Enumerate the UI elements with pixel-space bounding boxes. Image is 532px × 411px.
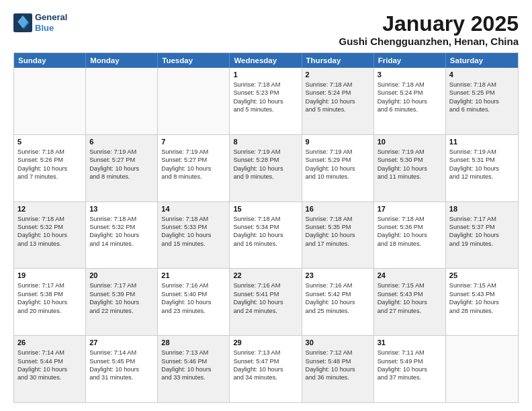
day-info: Daylight: 10 hours [449,97,515,105]
day-info: Sunset: 5:35 PM [306,223,370,231]
day-info: and 18 minutes. [378,240,442,248]
weekday-header: Saturday [446,53,518,68]
calendar-cell: 4Sunrise: 7:18 AMSunset: 5:25 PMDaylight… [446,68,518,134]
day-info: Sunrise: 7:19 AM [89,148,154,156]
day-info: Sunrise: 7:14 AM [17,349,82,357]
day-info: Sunrise: 7:18 AM [306,81,370,89]
day-info: Daylight: 10 hours [161,365,226,373]
calendar-cell: 17Sunrise: 7:18 AMSunset: 5:36 PMDayligh… [374,202,446,269]
weekday-header: Friday [374,53,446,68]
day-info: Sunset: 5:32 PM [89,223,154,231]
calendar-cell: 27Sunrise: 7:14 AMSunset: 5:45 PMDayligh… [86,336,158,402]
day-info: Daylight: 10 hours [161,298,226,306]
day-info: Daylight: 10 hours [89,165,154,173]
day-info: Daylight: 10 hours [161,165,226,173]
day-info: and 13 minutes. [17,240,82,248]
day-info: and 15 minutes. [161,240,226,248]
day-info: Sunset: 5:43 PM [378,290,442,298]
day-info: and 25 minutes. [306,307,370,315]
day-info: Sunrise: 7:19 AM [306,148,370,156]
day-info: Sunset: 5:28 PM [233,156,298,164]
page: General Blue January 2025 Gushi Chenggua… [0,0,532,411]
day-number: 28 [161,338,226,348]
day-info: and 27 minutes. [378,307,442,315]
calendar-cell: 14Sunrise: 7:18 AMSunset: 5:33 PMDayligh… [158,202,230,269]
day-info: Sunset: 5:26 PM [17,156,82,164]
calendar-cell: 21Sunrise: 7:16 AMSunset: 5:40 PMDayligh… [158,269,230,335]
day-info: Sunset: 5:23 PM [233,89,298,97]
calendar-cell: 7Sunrise: 7:19 AMSunset: 5:27 PMDaylight… [158,135,230,201]
day-info: Daylight: 10 hours [378,165,442,173]
day-number: 24 [378,271,442,281]
calendar-cell: 11Sunrise: 7:19 AMSunset: 5:31 PMDayligh… [446,135,518,201]
logo-icon [13,13,32,32]
weekday-header: Tuesday [158,53,230,68]
day-info: Sunrise: 7:13 AM [161,349,226,357]
calendar-cell: 12Sunrise: 7:18 AMSunset: 5:32 PMDayligh… [14,202,86,269]
day-info: Sunset: 5:24 PM [378,89,442,97]
day-number: 12 [17,204,82,214]
calendar-cell [14,68,86,134]
day-info: Sunset: 5:48 PM [306,357,370,365]
day-info: Sunset: 5:44 PM [17,357,82,365]
day-info: and 28 minutes. [449,307,515,315]
day-number: 13 [89,204,154,214]
calendar-cell: 20Sunrise: 7:17 AMSunset: 5:39 PMDayligh… [86,269,158,335]
logo-text: General Blue [35,12,67,33]
day-info: Sunset: 5:34 PM [233,223,298,231]
day-info: Sunrise: 7:15 AM [378,281,442,289]
day-info: Daylight: 10 hours [89,298,154,306]
weekday-header: Sunday [14,53,86,68]
day-info: Sunrise: 7:19 AM [449,148,515,156]
day-info: Daylight: 10 hours [17,165,82,173]
weekday-header: Monday [86,53,158,68]
day-info: and 37 minutes. [378,373,442,381]
day-info: Sunset: 5:38 PM [17,290,82,298]
day-info: Daylight: 10 hours [17,298,82,306]
day-info: Sunset: 5:46 PM [161,357,226,365]
day-info: Sunset: 5:49 PM [378,357,442,365]
day-info: Sunrise: 7:18 AM [89,215,154,223]
day-info: and 24 minutes. [233,307,298,315]
day-info: Sunset: 5:42 PM [306,290,370,298]
day-number: 25 [449,271,515,281]
day-number: 14 [161,204,226,214]
day-info: Daylight: 10 hours [449,165,515,173]
day-info: Sunrise: 7:18 AM [17,148,82,156]
day-info: Sunrise: 7:17 AM [449,215,515,223]
calendar-body: 1Sunrise: 7:18 AMSunset: 5:23 PMDaylight… [14,68,518,402]
day-number: 19 [17,271,82,281]
day-info: and 6 minutes. [449,105,515,113]
day-number: 3 [378,70,442,80]
title-block: January 2025 Gushi Chengguanzhen, Henan,… [339,12,519,47]
day-number: 18 [449,204,515,214]
weekday-header: Wednesday [230,53,302,68]
month-title: January 2025 [339,12,519,36]
calendar-cell: 31Sunrise: 7:11 AMSunset: 5:49 PMDayligh… [374,336,446,402]
calendar: SundayMondayTuesdayWednesdayThursdayFrid… [13,52,519,403]
day-number: 29 [233,338,298,348]
calendar-cell: 10Sunrise: 7:19 AMSunset: 5:30 PMDayligh… [374,135,446,201]
day-info: and 7 minutes. [17,173,82,181]
calendar-cell: 9Sunrise: 7:19 AMSunset: 5:29 PMDaylight… [302,135,374,201]
day-info: Daylight: 10 hours [378,97,442,105]
day-info: Sunrise: 7:18 AM [161,215,226,223]
calendar-cell: 28Sunrise: 7:13 AMSunset: 5:46 PMDayligh… [158,336,230,402]
day-number: 22 [233,271,298,281]
day-info: and 33 minutes. [161,373,226,381]
day-info: and 11 minutes. [378,173,442,181]
calendar-cell: 6Sunrise: 7:19 AMSunset: 5:27 PMDaylight… [86,135,158,201]
day-info: Sunset: 5:39 PM [89,290,154,298]
day-info: Sunrise: 7:18 AM [378,81,442,89]
day-info: Sunrise: 7:15 AM [449,281,515,289]
day-info: Daylight: 10 hours [89,231,154,239]
calendar-cell: 13Sunrise: 7:18 AMSunset: 5:32 PMDayligh… [86,202,158,269]
day-info: Daylight: 10 hours [378,365,442,373]
calendar-cell [86,68,158,134]
day-info: and 23 minutes. [161,307,226,315]
calendar-cell: 23Sunrise: 7:16 AMSunset: 5:42 PMDayligh… [302,269,374,335]
calendar-cell: 8Sunrise: 7:19 AMSunset: 5:28 PMDaylight… [230,135,302,201]
day-info: and 17 minutes. [306,240,370,248]
day-info: Daylight: 10 hours [378,298,442,306]
calendar-cell: 16Sunrise: 7:18 AMSunset: 5:35 PMDayligh… [302,202,374,269]
